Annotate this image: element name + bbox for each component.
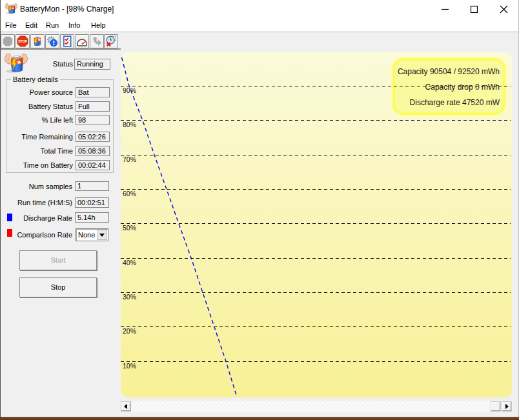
svg-text:60%: 60% — [123, 190, 136, 197]
svg-text:10%: 10% — [123, 362, 136, 370]
svg-text:30%: 30% — [123, 293, 136, 301]
svg-text:20%: 20% — [123, 327, 136, 335]
svg-text:40%: 40% — [123, 259, 136, 266]
svg-text:90%: 90% — [123, 86, 136, 94]
svg-text:STOP: STOP — [18, 39, 27, 43]
svg-text:50%: 50% — [123, 224, 136, 232]
svg-text:80%: 80% — [123, 121, 136, 128]
svg-text:70%: 70% — [123, 155, 136, 163]
